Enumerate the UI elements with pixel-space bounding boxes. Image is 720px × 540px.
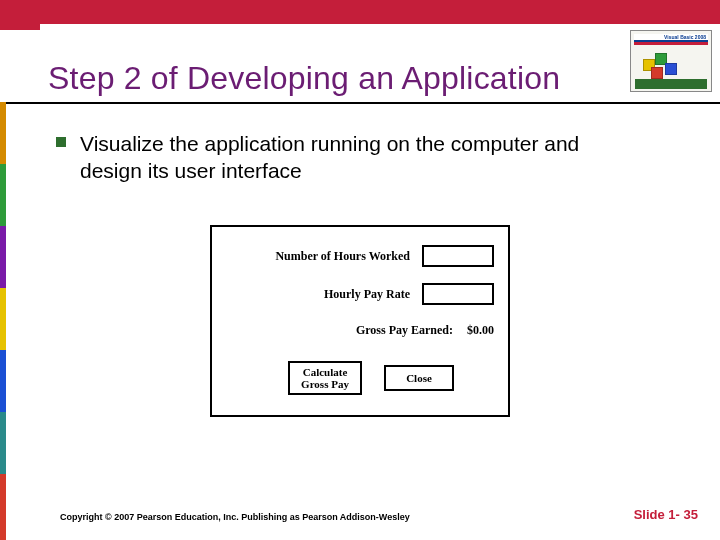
sketch-gross-value: $0.00 xyxy=(467,323,494,338)
accent-lip xyxy=(0,24,40,30)
stripe-segment xyxy=(0,226,6,288)
slide-title: Step 2 of Developing an Application xyxy=(48,60,560,97)
slide-number: Slide 1- 35 xyxy=(634,507,698,522)
bullet-item: Visualize the application running on the… xyxy=(56,130,636,185)
sketch-close-button: Close xyxy=(384,365,454,391)
thumb-product-label: Visual Basic 2008 xyxy=(664,35,706,40)
bullet-text: Visualize the application running on the… xyxy=(80,130,636,185)
sketch-rate-input xyxy=(422,283,494,305)
sketch-calculate-button: Calculate Gross Pay xyxy=(288,361,362,395)
lego-block-icon xyxy=(665,63,677,75)
stripe-segment xyxy=(0,102,6,164)
accent-bar xyxy=(0,0,720,24)
sketch-rate-label: Hourly Pay Rate xyxy=(324,287,410,302)
lego-block-icon xyxy=(651,67,663,79)
copyright-text: Copyright © 2007 Pearson Education, Inc.… xyxy=(60,512,410,522)
thumb-footer xyxy=(635,79,707,89)
stripe-segment xyxy=(0,164,6,226)
slide: Visual Basic 2008 Step 2 of Developing a… xyxy=(0,0,720,540)
side-accent-strip xyxy=(0,102,6,540)
stripe-segment xyxy=(0,474,6,540)
stripe-segment xyxy=(0,412,6,474)
stripe-segment xyxy=(0,288,6,350)
book-cover-thumbnail: Visual Basic 2008 xyxy=(630,30,712,92)
sketch-hours-label: Number of Hours Worked xyxy=(275,249,410,264)
title-underline xyxy=(0,102,720,104)
sketch-gross-label: Gross Pay Earned: xyxy=(356,323,453,338)
thumb-stripe-red xyxy=(634,42,708,45)
stripe-segment xyxy=(0,350,6,412)
ui-sketch-mockup: Number of Hours Worked Hourly Pay Rate G… xyxy=(210,225,510,417)
sketch-hours-input xyxy=(422,245,494,267)
bullet-square-icon xyxy=(56,137,66,147)
